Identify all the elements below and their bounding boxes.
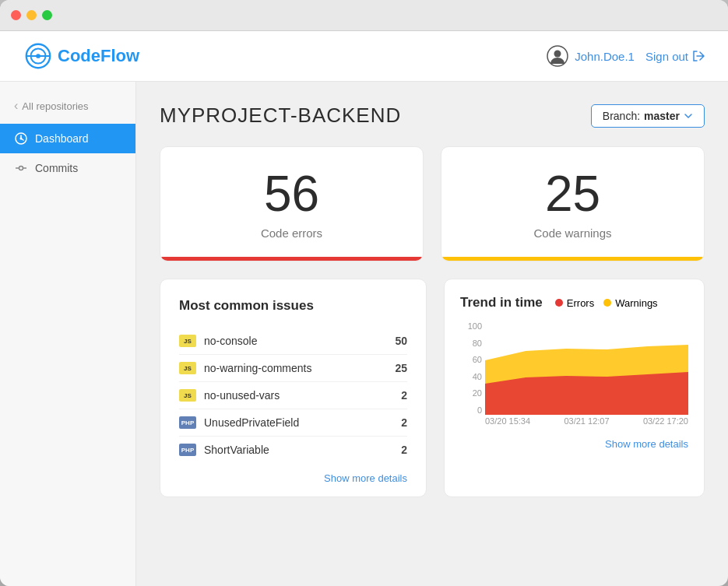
maximize-button[interactable] [42,10,52,20]
issue-count: 2 [401,416,407,429]
commits-icon [14,161,28,175]
y-axis-labels: 100 80 60 40 20 0 [460,321,482,415]
sidebar: All repositories Dashboard [0,82,136,586]
branch-selector[interactable]: Branch: master [591,104,705,128]
dashboard-icon [14,132,28,146]
trend-chart: 100 80 60 40 20 0 [460,321,688,430]
username: John.Doe.1 [575,50,635,63]
warnings-legend-dot [603,299,611,307]
trend-header: Trend in time Errors Warnings [460,295,688,311]
trend-title: Trend in time [460,295,543,311]
logo-icon [23,41,53,71]
issues-card: Most common issues JS no-console 50 JS n… [160,279,427,497]
titlebar [0,0,728,31]
errors-bar [160,257,423,261]
issue-count: 50 [395,335,407,347]
logo-text: CodeFlow [58,46,139,66]
issue-row: PHP UnusedPrivateField 2 [179,409,407,437]
svg-point-8 [19,167,23,170]
minimize-button[interactable] [26,10,37,20]
svg-point-5 [554,51,561,58]
issue-type-icon: PHP [179,416,196,429]
issue-count: 25 [395,362,407,374]
stats-row: 56 Code errors 25 Code warnings [160,146,705,261]
trend-show-more[interactable]: Show more details [460,438,688,450]
trend-svg [485,321,688,415]
issue-row: JS no-unused-vars 2 [179,382,407,409]
sidebar-item-dashboard[interactable]: Dashboard [0,124,135,153]
branch-label: Branch: [603,110,640,122]
errors-number: 56 [264,169,319,219]
issue-name: no-console [204,335,395,347]
issue-name: no-unused-vars [204,389,401,402]
issue-type-icon: JS [179,389,196,402]
issue-name: no-warning-comments [204,362,395,374]
issue-name: UnusedPrivateField [204,416,401,429]
signout-button[interactable]: Sign out [645,50,705,63]
issues-list: JS no-console 50 JS no-warning-comments … [179,328,407,463]
branch-value: master [644,110,680,122]
page-header: MYPROJECT-BACKEND Branch: master [160,104,705,128]
warnings-label: Code warnings [533,226,611,240]
legend-warnings: Warnings [603,297,657,309]
chevron-down-icon [684,111,693,121]
bottom-cards-row: Most common issues JS no-console 50 JS n… [160,279,705,497]
issue-count: 2 [401,389,407,402]
header: CodeFlow John.Doe.1 Sign out [0,31,728,82]
warnings-card: 25 Code warnings [441,146,705,261]
main-content: All repositories Dashboard [0,82,728,586]
header-right: John.Doe.1 Sign out [547,45,705,67]
issue-row: JS no-console 50 [179,328,407,355]
traffic-lights [11,10,52,20]
svg-point-7 [20,138,23,140]
sidebar-item-label: Dashboard [35,132,89,145]
x-axis-labels: 03/20 15:34 03/21 12:07 03/22 17:20 [485,416,688,430]
close-button[interactable] [11,10,21,20]
issues-show-more[interactable]: Show more details [179,472,407,484]
errors-legend-label: Errors [567,297,594,309]
issue-type-icon: JS [179,362,196,374]
logo: CodeFlow [23,41,139,71]
issue-type-icon: JS [179,335,196,347]
warnings-number: 25 [545,169,600,219]
issue-count: 2 [401,444,407,456]
warnings-bar [441,257,704,261]
issues-title: Most common issues [179,298,407,314]
chart-svg-area [485,321,688,415]
app-body: CodeFlow John.Doe.1 Sign out [0,31,728,586]
signout-icon [692,50,705,62]
errors-label: Code errors [261,226,322,240]
sidebar-item-commits[interactable]: Commits [0,153,135,183]
errors-legend-dot [555,299,563,307]
issue-type-icon: PHP [179,444,196,456]
issue-row: JS no-warning-comments 25 [179,355,407,382]
trend-card: Trend in time Errors Warnings [444,279,705,497]
svg-point-3 [36,54,40,58]
user-info: John.Doe.1 [547,45,635,67]
content-area: MYPROJECT-BACKEND Branch: master 56 Code… [136,82,728,586]
issue-name: ShortVariable [204,444,401,456]
errors-card: 56 Code errors [160,146,424,261]
sidebar-back[interactable]: All repositories [0,94,135,118]
issue-row: PHP ShortVariable 2 [179,437,407,463]
user-avatar-icon [547,45,568,67]
legend: Errors Warnings [555,297,658,309]
sidebar-item-label: Commits [35,162,78,174]
page-title: MYPROJECT-BACKEND [160,104,401,128]
legend-errors: Errors [555,297,594,309]
app-window: CodeFlow John.Doe.1 Sign out [0,0,728,586]
warnings-legend-label: Warnings [615,297,657,309]
